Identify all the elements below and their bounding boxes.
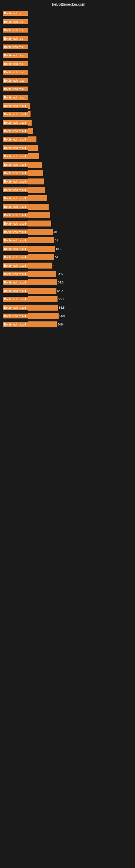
bar-row: Bottleneck resu <box>3 52 132 59</box>
bar-row: Bottleneck result54.8 <box>3 279 132 286</box>
bar-fill <box>28 162 42 167</box>
bar-wrapper: 54.8 <box>28 279 132 285</box>
bar-wrapper: 4 <box>28 262 132 269</box>
bar-value: 51 <box>55 239 58 242</box>
bar-row: Bottleneck result <box>3 144 132 152</box>
bar-row: Bottleneck result55.1 <box>3 296 132 303</box>
bar-value: 55.1 <box>58 298 64 301</box>
bar-row: Bottleneck result <box>3 152 132 160</box>
bar-wrapper: 55.1 <box>28 296 132 302</box>
bar-label: Bottleneck result <box>3 120 28 125</box>
bar-fill <box>28 279 57 285</box>
bar-value: 54.8 <box>58 281 63 284</box>
bar-row: Bottleneck result <box>3 161 132 168</box>
bar-wrapper <box>28 128 132 134</box>
bar-row: Bottleneck result49 <box>3 228 132 236</box>
bar-wrapper: 54.2 <box>28 288 132 294</box>
bar-row: Bottleneck result53.1 <box>3 245 132 252</box>
bar-label: Bottleneck resu <box>3 87 28 91</box>
bar-wrapper <box>28 187 132 193</box>
bar-row: Bottleneck resu <box>3 77 132 84</box>
bar-wrapper: 53.1 <box>28 246 132 252</box>
bar-row: Bottleneck result54.2 <box>3 287 132 294</box>
bar-fill <box>28 145 38 151</box>
bar-value: 55.5 <box>59 306 64 309</box>
bar-row: Bottleneck result <box>3 186 132 194</box>
bar-label: Bottleneck res <box>3 28 28 33</box>
site-title: TheBottlenecker.com <box>0 0 135 8</box>
bar-label: Bottleneck resu <box>3 78 28 83</box>
bar-label: Bottleneck res <box>3 61 28 66</box>
bar-fill <box>28 204 49 210</box>
bar-wrapper <box>28 170 132 176</box>
bar-fill <box>28 271 56 277</box>
bar-label: Bottleneck resu <box>3 53 28 58</box>
bar-label: Bottleneck res <box>3 19 28 24</box>
bar-fill <box>28 195 47 201</box>
bar-row: Bottleneck resu <box>3 94 132 101</box>
bar-label: Bottleneck result <box>3 137 28 142</box>
bar-value: 53% <box>57 272 63 276</box>
bar-value: 54.2 <box>57 289 63 292</box>
bar-label: Bottleneck result <box>3 263 28 268</box>
bar-label: Bottleneck result <box>3 196 28 201</box>
bar-label: Bottleneck res <box>3 36 28 41</box>
bar-wrapper: 49 <box>28 229 132 235</box>
bar-fill <box>28 288 56 294</box>
bar-label: Bottleneck result <box>3 229 28 235</box>
bar-label: Bottleneck result <box>3 204 28 209</box>
bar-row: Bottleneck result54% <box>3 321 132 328</box>
bar-fill <box>28 229 53 235</box>
bar-row: Bottleneck resu <box>3 85 132 93</box>
bar-row: Bottleneck result <box>3 203 132 211</box>
bar-row: Bottleneck result <box>3 135 132 143</box>
bar-label: Bottleneck result <box>3 154 28 159</box>
bar-label: Bottleneck result <box>3 179 28 184</box>
bar-wrapper <box>28 220 132 226</box>
bar-row: Bottleneck result56% <box>3 312 132 320</box>
bar-row: Bottleneck res <box>3 35 132 42</box>
bar-wrapper <box>28 103 132 109</box>
bar-wrapper <box>28 162 132 167</box>
bar-row: Bottleneck res <box>3 68 132 76</box>
bar-wrapper: 56% <box>28 313 132 319</box>
bar-row: Bottleneck result <box>3 169 132 177</box>
bar-label: Bottleneck result <box>3 162 28 167</box>
bar-value: 53.1 <box>56 247 62 250</box>
bar-fill <box>28 313 58 319</box>
bar-value: 51. <box>55 255 59 259</box>
bar-label: Bottleneck result <box>3 255 28 259</box>
bar-value: 49 <box>53 230 57 234</box>
bar-label: Bottleneck result <box>3 305 28 310</box>
bar-wrapper: 51 <box>28 237 132 243</box>
bar-label: Bottleneck result <box>3 314 28 318</box>
bar-wrapper: 51. <box>28 254 132 260</box>
bar-label: Bottleneck result <box>3 322 28 327</box>
bar-label: Bottleneck result <box>3 103 28 108</box>
bar-fill <box>28 103 30 109</box>
bar-wrapper <box>28 212 132 218</box>
bar-value: 56% <box>59 314 65 318</box>
bar-label: Bottleneck res <box>3 44 28 50</box>
bar-row: Bottleneck result <box>3 102 132 110</box>
bar-row: Bottleneck result <box>3 127 132 135</box>
bar-fill <box>28 220 51 226</box>
bar-row: Bottleneck res <box>3 26 132 34</box>
bar-label: Bottleneck resu <box>3 95 28 100</box>
bar-label: Bottleneck result <box>3 213 28 218</box>
bar-fill <box>28 262 52 269</box>
bar-row: Bottleneck res <box>3 43 132 51</box>
bar-fill <box>28 296 57 302</box>
bar-fill <box>28 237 54 243</box>
bar-fill <box>28 254 54 260</box>
bar-label: Bottleneck result <box>3 288 28 293</box>
bar-row: Bottleneck result <box>3 111 132 118</box>
bar-wrapper <box>28 136 132 143</box>
bar-row: Bottleneck result <box>3 194 132 202</box>
bar-wrapper <box>28 195 132 201</box>
bar-label: Bottleneck result <box>3 170 28 176</box>
bar-wrapper <box>28 153 132 159</box>
bar-row: Bottleneck result4 <box>3 262 132 269</box>
bar-row: Bottleneck re <box>3 9 132 17</box>
bar-wrapper: 54% <box>28 321 132 328</box>
